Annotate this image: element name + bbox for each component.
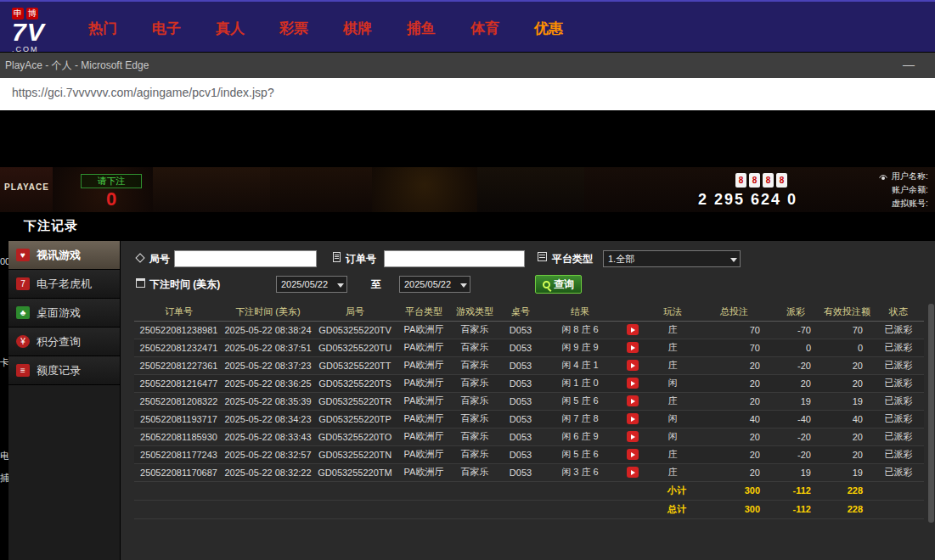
cell-round-no: GD053255220TO — [313, 428, 397, 445]
modal-header: 下注记录 — [0, 212, 935, 241]
platform-icon — [538, 252, 547, 261]
cell-platform: PA欧洲厅 — [397, 445, 450, 463]
bet-prompt: 请下注 — [81, 174, 142, 188]
cell-replay — [618, 410, 647, 428]
cell-round-no: GD053255220TV — [313, 321, 397, 339]
account-username-label: 用户名称: — [892, 170, 928, 183]
cell-order-no: 250522081216477 — [134, 374, 223, 392]
sidebar-item-video-games[interactable]: ♥ 视讯游戏 — [8, 241, 120, 270]
cell-result: 闲 9 庄 9 — [542, 339, 618, 356]
sidebar-item-label: 电子老虎机 — [37, 277, 92, 292]
cell-result: 闲 5 庄 6 — [542, 392, 618, 410]
cell-round-no: GD053255220TT — [313, 356, 397, 374]
cell-order-no: 250522081177243 — [134, 445, 223, 463]
total-total-bet: 300 — [698, 500, 770, 518]
cell-bet-time: 2025-05-22 08:35:39 — [223, 392, 313, 410]
order-icon — [333, 252, 341, 262]
col-valid-bet: 有效投注额 — [821, 304, 873, 321]
table-row: 250522081193717 2025-05-22 08:34:23 GD05… — [134, 410, 924, 428]
round-label: 局号 — [149, 252, 170, 266]
col-table-no: 桌号 — [499, 304, 542, 321]
minimize-button[interactable]: — — [898, 53, 920, 76]
cell-total-bet: 20 — [698, 445, 770, 463]
cell-order-no: 250522081238981 — [134, 321, 223, 339]
cell-table-no: D053 — [499, 356, 542, 374]
platform-select[interactable]: 1.全部 — [603, 250, 741, 267]
sidebar-item-slot-machines[interactable]: 7 电子老虎机 — [8, 270, 120, 299]
replay-button[interactable] — [627, 431, 639, 442]
cell-platform: PA欧洲厅 — [397, 410, 450, 428]
cell-play: 闲 — [647, 410, 698, 428]
site-logo[interactable]: 申博 7V .COM — [12, 4, 71, 53]
col-total-bet: 总投注 — [698, 304, 770, 321]
nav-item-lottery[interactable]: 彩票 — [279, 19, 308, 38]
nav-item-promotions[interactable]: 优惠 — [534, 19, 563, 38]
table-scrollbar[interactable] — [928, 304, 934, 523]
round-input[interactable] — [174, 250, 317, 267]
address-bar[interactable]: https://gci.7vvvvvv.com/agingame/pcv1/in… — [0, 78, 935, 110]
cell-bet-time: 2025-05-22 08:36:25 — [223, 374, 313, 392]
replay-button[interactable] — [627, 395, 639, 406]
cards-icon: ♥ — [16, 249, 30, 261]
cell-valid-bet: 20 — [821, 428, 873, 445]
cell-total-bet: 70 — [698, 321, 770, 339]
nav-item-cards[interactable]: 棋牌 — [343, 19, 372, 38]
order-input[interactable] — [384, 250, 525, 267]
nav-item-fishing[interactable]: 捕鱼 — [407, 19, 436, 38]
replay-button[interactable] — [627, 342, 639, 353]
total-payout: -112 — [770, 500, 821, 518]
bet-amount: 0 — [96, 188, 127, 210]
replay-button[interactable] — [627, 324, 639, 335]
replay-button[interactable] — [627, 413, 639, 424]
cell-game-type: 百家乐 — [450, 410, 499, 428]
playing-card: 8 — [749, 173, 760, 188]
cell-game-type: 百家乐 — [450, 463, 499, 481]
url-text[interactable]: https://gci.7vvvvvv.com/agingame/pcv1/in… — [12, 86, 274, 99]
search-button[interactable]: 查询 — [535, 275, 582, 294]
sidebar-item-table-games[interactable]: ♣ 桌面游戏 — [8, 299, 120, 328]
nav-item-slots[interactable]: 电子 — [152, 19, 181, 38]
cell-total-bet: 20 — [698, 374, 770, 392]
date-to-value: 2025/05/22 — [404, 279, 451, 289]
col-platform: 平台类型 — [397, 304, 450, 321]
cell-result: 闲 4 庄 1 — [542, 356, 618, 374]
date-to-select[interactable]: 2025/05/22 — [399, 276, 470, 293]
cell-round-no: GD053255220TP — [313, 410, 397, 428]
date-from-select[interactable]: 2025/05/22 — [276, 276, 347, 293]
window-title: PlayAce - 个人 - Microsoft Edge — [5, 53, 149, 78]
replay-button[interactable] — [627, 467, 639, 478]
cell-valid-bet: 20 — [821, 356, 873, 374]
cell-order-no: 250522081232471 — [134, 339, 223, 356]
cell-total-bet: 70 — [698, 339, 770, 356]
chevron-down-icon — [730, 258, 737, 262]
sidebar-item-credit-records[interactable]: ≡ 额度记录 — [8, 356, 120, 385]
cell-payout: -20 — [770, 445, 821, 463]
cell-round-no: GD053255220TM — [313, 463, 397, 481]
chevron-down-icon — [337, 283, 344, 288]
sidebar-item-points-query[interactable]: ¥ 积分查询 — [8, 328, 120, 356]
replay-button[interactable] — [627, 449, 639, 460]
nav-item-sports[interactable]: 体育 — [470, 19, 499, 38]
cell-table-no: D053 — [499, 463, 542, 481]
col-replay — [618, 304, 647, 321]
cell-play: 庄 — [647, 339, 698, 356]
cell-payout: 19 — [770, 463, 821, 481]
cell-table-no: D053 — [499, 339, 542, 356]
cell-platform: PA欧洲厅 — [397, 321, 450, 339]
cell-play: 庄 — [647, 321, 698, 339]
cell-bet-time: 2025-05-22 08:37:51 — [223, 339, 313, 356]
replay-button[interactable] — [627, 378, 639, 389]
nav-item-live[interactable]: 真人 — [216, 19, 245, 38]
replay-button[interactable] — [627, 360, 639, 371]
cell-game-type: 百家乐 — [450, 321, 499, 339]
playace-brand: PLAYACE — [4, 182, 49, 192]
playing-card: 8 — [776, 173, 787, 188]
cell-valid-bet: 70 — [821, 321, 873, 339]
table-game-icon: ♣ — [16, 306, 30, 319]
col-order-no: 订单号 — [134, 304, 223, 321]
cell-status: 已派彩 — [873, 321, 924, 339]
logo-badges: 申博 — [12, 4, 41, 19]
chevron-down-icon — [460, 283, 467, 288]
page-title: 下注记录 — [24, 212, 78, 239]
nav-item-hot[interactable]: 热门 — [88, 19, 117, 38]
